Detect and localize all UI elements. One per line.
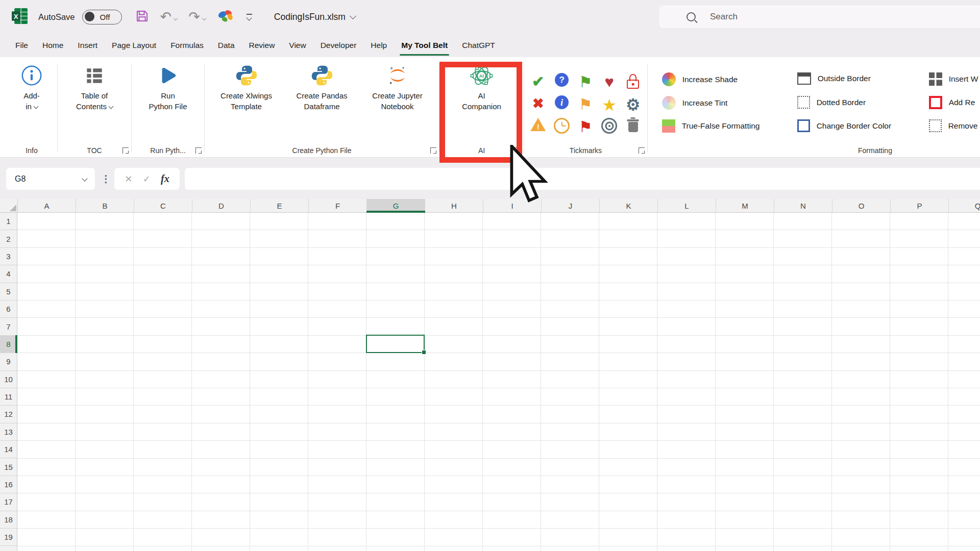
tab-developer[interactable]: Developer [313, 34, 364, 57]
row-header-18[interactable]: 18 [0, 511, 17, 529]
tab-page-layout[interactable]: Page Layout [105, 34, 163, 57]
tickmark-clock-button[interactable] [550, 118, 574, 134]
increase-shade-button[interactable]: Increase Shade [662, 72, 797, 86]
column-header-f[interactable]: F [309, 199, 367, 212]
dialog-launcher-icon[interactable] [195, 147, 202, 154]
tab-my-tool-belt[interactable]: My Tool Belt [394, 34, 455, 57]
change-border-color-button[interactable]: Change Border Color [797, 119, 929, 132]
tab-home[interactable]: Home [35, 34, 70, 57]
column-header-n[interactable]: N [774, 199, 832, 212]
row-header-7[interactable]: 7 [0, 318, 17, 335]
column-header-a[interactable]: A [18, 199, 76, 212]
create-jupyter-notebook-button[interactable]: Create Jupyter Notebook [360, 57, 435, 112]
row-header-3[interactable]: 3 [0, 248, 17, 265]
dotted-border-button[interactable]: Dotted Border [797, 96, 929, 109]
cell-grid[interactable] [17, 213, 980, 551]
column-header-k[interactable]: K [600, 199, 658, 212]
column-header-i[interactable]: I [483, 199, 542, 212]
cancel-icon[interactable]: ✕ [125, 173, 132, 185]
row-header-13[interactable]: 13 [0, 423, 17, 441]
tab-chatgpt[interactable]: ChatGPT [455, 34, 502, 57]
row-header-2[interactable]: 2 [0, 230, 17, 247]
tickmark-flag-red-button[interactable] [574, 118, 598, 136]
tickmark-warning-button[interactable] [526, 118, 550, 131]
tickmark-question-button[interactable] [550, 73, 574, 87]
remove-button[interactable]: Remove [929, 119, 978, 132]
tickmark-x-mark-button[interactable] [526, 95, 550, 112]
row-header-1[interactable]: 1 [0, 213, 17, 230]
row-header-9[interactable]: 9 [0, 353, 17, 370]
tab-insert[interactable]: Insert [70, 34, 105, 57]
row-header-12[interactable]: 12 [0, 406, 17, 423]
tickmark-lock-button[interactable] [621, 73, 645, 89]
row-header-15[interactable]: 15 [0, 458, 17, 475]
tickmark-info-button[interactable] [550, 95, 574, 109]
true-false-formatting-button[interactable]: True-False Formatting [662, 119, 797, 133]
column-header-d[interactable]: D [192, 199, 251, 212]
column-header-l[interactable]: L [658, 199, 716, 212]
tickmark-gear-button[interactable] [621, 95, 645, 114]
row-header-6[interactable]: 6 [0, 300, 17, 318]
name-box[interactable]: G8 [6, 168, 95, 190]
tab-review[interactable]: Review [242, 34, 282, 57]
column-header-q[interactable]: Q [949, 199, 980, 212]
ai-companion-button[interactable]: AI AI Companion [462, 57, 501, 112]
tickmark-star-button[interactable] [598, 95, 622, 115]
save-button[interactable] [135, 9, 149, 25]
insert-w-button[interactable]: Insert W [929, 72, 978, 86]
tickmark-check-button[interactable] [526, 73, 550, 90]
formatting-item-label: Remove [948, 121, 978, 131]
tab-view[interactable]: View [282, 34, 313, 57]
column-header-g[interactable]: G [367, 199, 425, 212]
create-pandas-dataframe-button[interactable]: Create Pandas Dataframe [284, 57, 360, 112]
increase-tint-button[interactable]: Increase Tint [662, 96, 797, 110]
column-header-j[interactable]: J [542, 199, 600, 212]
row-header-10[interactable]: 10 [0, 371, 17, 388]
tickmark-target-button[interactable] [598, 118, 622, 134]
document-title[interactable]: CodingIsFun.xlsm [274, 12, 355, 22]
row-header-20[interactable]: 20 [0, 546, 17, 551]
tab-help[interactable]: Help [363, 34, 394, 57]
tab-data[interactable]: Data [211, 34, 242, 57]
redo-button[interactable]: ↷ [188, 10, 206, 24]
search-input[interactable]: Search [658, 5, 980, 29]
row-header-4[interactable]: 4 [0, 265, 17, 283]
table-of-contents-button[interactable]: Table of Contents [76, 57, 113, 112]
dialog-launcher-icon[interactable] [122, 147, 129, 154]
tickmark-flag-green-button[interactable] [574, 73, 598, 91]
customize-toolbar-chevron-icon[interactable] [246, 14, 253, 20]
tickmark-flag-orange-button[interactable] [574, 95, 598, 113]
row-header-8[interactable]: 8 [0, 336, 17, 353]
create-xlwings-template-button[interactable]: Create Xlwings Template [209, 57, 284, 112]
dialog-launcher-icon[interactable] [430, 147, 436, 154]
column-header-b[interactable]: B [76, 199, 134, 212]
outside-border-button[interactable]: Outside Border [797, 72, 929, 85]
row-header-14[interactable]: 14 [0, 441, 17, 458]
column-header-h[interactable]: H [425, 199, 483, 212]
formula-input[interactable] [185, 168, 980, 190]
select-all-corner[interactable] [0, 199, 18, 212]
column-header-e[interactable]: E [251, 199, 309, 212]
add-in-button[interactable]: Add- in [20, 57, 43, 112]
row-header-16[interactable]: 16 [0, 476, 17, 493]
tickmark-trash-button[interactable] [621, 118, 645, 132]
row-header-17[interactable]: 17 [0, 493, 17, 511]
autosave-toggle[interactable]: Off [82, 10, 122, 24]
row-header-19[interactable]: 19 [0, 529, 17, 546]
insert-function-icon[interactable]: fx [161, 173, 169, 185]
tab-formulas[interactable]: Formulas [163, 34, 211, 57]
column-header-c[interactable]: C [134, 199, 192, 212]
run-python-file-button[interactable]: Run Python File [149, 57, 187, 112]
dialog-launcher-icon[interactable] [639, 147, 645, 154]
row-header-5[interactable]: 5 [0, 283, 17, 300]
add-re-button[interactable]: Add Re [929, 96, 978, 109]
enter-icon[interactable]: ✓ [143, 173, 151, 185]
column-header-o[interactable]: O [832, 199, 891, 212]
undo-button[interactable]: ↶ [160, 10, 178, 24]
row-header-11[interactable]: 11 [0, 388, 17, 406]
column-header-m[interactable]: M [716, 199, 774, 212]
tab-file[interactable]: File [8, 34, 35, 57]
tickmark-heart-button[interactable] [598, 73, 622, 91]
column-header-p[interactable]: P [891, 199, 949, 212]
dialog-launcher-icon[interactable] [515, 147, 521, 154]
